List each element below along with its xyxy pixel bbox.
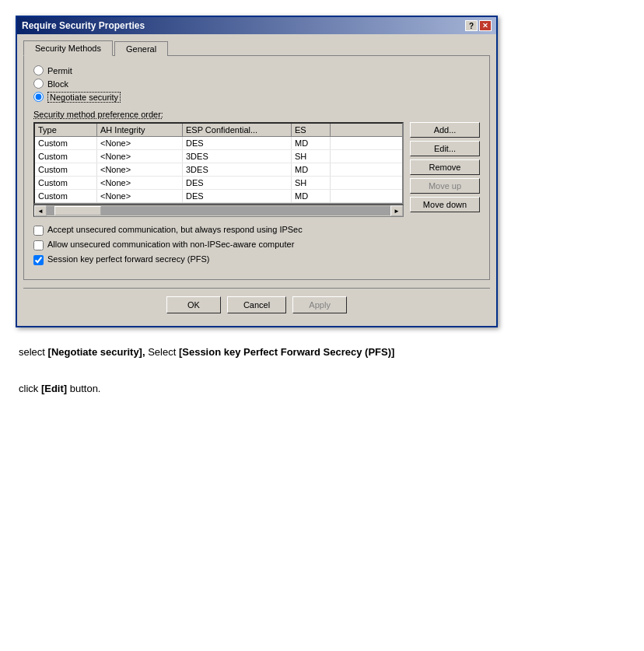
edit-button[interactable]: Edit... [410, 141, 480, 156]
table-cell: DES [183, 137, 292, 149]
dialog-title: Require Security Properties [22, 20, 145, 31]
radio-permit: Permit [33, 65, 480, 75]
table-cell: MD [292, 190, 331, 202]
radio-block-input[interactable] [33, 79, 44, 89]
table-cell: <None> [97, 150, 183, 163]
add-button[interactable]: Add... [410, 122, 480, 138]
action-buttons: Add... Edit... Remove Move up Move down [410, 122, 480, 217]
radio-block-label: Block [47, 79, 68, 89]
panel-security-methods: Permit Block Negotiate security [23, 55, 490, 280]
table-row[interactable]: Custom<None>3DESMD [35, 163, 402, 177]
table-row[interactable]: Custom<None>3DESSH [35, 150, 402, 163]
table-cell: DES [183, 177, 292, 189]
checkbox-allow-unsecured: Allow unsecured communication with non-I… [33, 240, 480, 250]
cancel-button[interactable]: Cancel [227, 296, 286, 313]
table-cell: <None> [97, 190, 183, 202]
checkbox-accept-input[interactable] [33, 226, 44, 236]
table-header: Type AH Integrity ESP Confidential... ES [35, 124, 402, 137]
radio-block: Block [33, 79, 480, 89]
table-body: Custom<None>DESMDCustom<None>3DESSHCusto… [35, 137, 402, 203]
instruction-2: click [Edit] button. [19, 361, 625, 397]
table-row[interactable]: Custom<None>DESMD [35, 137, 402, 150]
radio-permit-input[interactable] [33, 65, 44, 75]
checkbox-allow-input[interactable] [33, 240, 44, 250]
table-cell: <None> [97, 177, 183, 189]
checkbox-session-key: Session key perfect forward secrecy (PFS… [33, 254, 480, 265]
dialog-window: Require Security Properties ? ✕ Security… [16, 16, 498, 327]
dialog-footer: OK Cancel Apply [23, 288, 490, 320]
scroll-left-button[interactable]: ◄ [34, 205, 47, 216]
radio-negotiate-label: Negotiate security [47, 93, 121, 102]
move-down-button[interactable]: Move down [410, 197, 480, 212]
negotiate-label-text: Negotiate security [47, 92, 121, 103]
table-cell: Custom [35, 163, 97, 176]
table-cell: Custom [35, 177, 97, 189]
checkbox-group: Accept unsecured communication, but alwa… [33, 225, 480, 265]
table-cell: <None> [97, 137, 183, 149]
title-bar-controls: ? ✕ [465, 20, 492, 31]
table-cell: 3DES [183, 150, 292, 163]
checkbox-accept-unsecured: Accept unsecured communication, but alwa… [33, 225, 480, 236]
radio-negotiate: Negotiate security [33, 92, 480, 102]
table-cell: MD [292, 163, 331, 176]
table-cell: Custom [35, 190, 97, 202]
table-cell: DES [183, 190, 292, 202]
table-cell: 3DES [183, 163, 292, 176]
tab-general[interactable]: General [114, 41, 168, 56]
col-es: ES [292, 124, 331, 136]
table-row[interactable]: Custom<None>DESSH [35, 177, 402, 190]
table-cell: Custom [35, 150, 97, 163]
remove-button[interactable]: Remove [410, 159, 480, 175]
table-cell: MD [292, 137, 331, 149]
ok-button[interactable]: OK [166, 296, 221, 313]
radio-negotiate-input[interactable] [33, 92, 44, 102]
table-cell: <None> [97, 163, 183, 176]
section-label: Security method preference order: [33, 110, 480, 119]
radio-permit-label: Permit [47, 66, 72, 75]
radio-group: Permit Block Negotiate security [33, 65, 480, 102]
table-cell: SH [292, 150, 331, 163]
instruction-1: select [Negotiate security], Select [Ses… [19, 343, 625, 361]
table-area: Type AH Integrity ESP Confidential... ES… [33, 122, 480, 217]
title-bar-left: Require Security Properties [22, 20, 145, 31]
table-wrapper: Type AH Integrity ESP Confidential... ES… [33, 122, 404, 217]
title-bar: Require Security Properties ? ✕ [17, 17, 496, 34]
security-table[interactable]: Type AH Integrity ESP Confidential... ES… [33, 122, 404, 205]
scroll-right-button[interactable]: ► [390, 205, 403, 216]
help-button[interactable]: ? [465, 20, 478, 31]
checkbox-session-input[interactable] [33, 255, 44, 265]
close-button[interactable]: ✕ [479, 20, 492, 31]
move-up-button[interactable]: Move up [410, 178, 480, 194]
table-cell: Custom [35, 137, 97, 149]
scroll-thumb[interactable] [54, 206, 101, 215]
table-cell: SH [292, 177, 331, 189]
table-row[interactable]: Custom<None>DESMD [35, 190, 402, 203]
scroll-track[interactable] [47, 206, 390, 215]
checkbox-session-label: Session key perfect forward secrecy (PFS… [47, 254, 209, 264]
checkbox-allow-label: Allow unsecured communication with non-I… [47, 240, 294, 249]
col-esp: ESP Confidential... [183, 124, 292, 136]
col-type: Type [35, 124, 97, 136]
dialog-content: Security Methods General Permit Block [17, 34, 496, 326]
apply-button[interactable]: Apply [292, 296, 347, 313]
checkbox-accept-label: Accept unsecured communication, but alwa… [47, 225, 303, 234]
tab-security-methods[interactable]: Security Methods [23, 40, 113, 56]
horizontal-scrollbar[interactable]: ◄ ► [33, 205, 404, 217]
col-ah: AH Integrity [97, 124, 183, 136]
instructions: select [Negotiate security], Select [Ses… [16, 327, 628, 397]
tab-bar: Security Methods General [23, 40, 490, 56]
